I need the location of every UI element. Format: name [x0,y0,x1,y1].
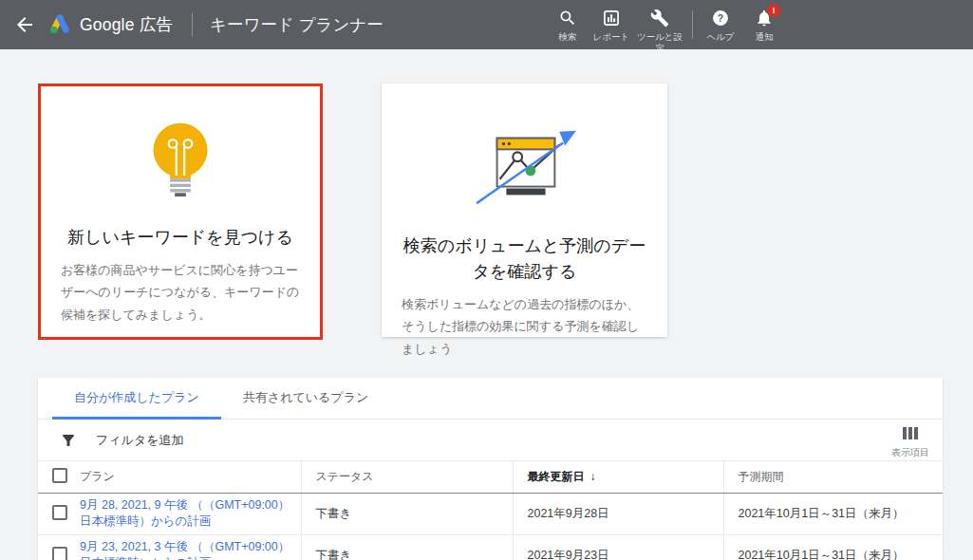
wrench-icon [650,9,669,28]
plan-updated-date: 2021年9月23日 [513,534,723,560]
nav-help-label: ヘルプ [706,31,734,43]
notification-badge: ! [767,4,780,17]
search-volume-title: 検索のボリュームと予測のデータを確認する [382,233,667,285]
row-checkbox[interactable] [52,547,67,560]
brand-title: Google 広告 [80,13,173,36]
search-icon [558,9,577,28]
filter-icon[interactable] [60,432,77,449]
nav-help[interactable]: ? ヘルプ [699,0,742,43]
page-title: キーワード プランナー [210,13,384,36]
column-header-updated[interactable]: 最終更新日↓ [513,461,723,493]
sort-descending-icon: ↓ [590,470,596,483]
select-all-checkbox[interactable] [52,468,67,483]
add-filter-button[interactable]: フィルタを追加 [96,432,184,449]
tab-shared-plans[interactable]: 共有されているプラン [221,378,390,420]
nav-reports[interactable]: レポート [589,0,633,43]
search-volume-card[interactable]: 検索のボリュームと予測のデータを確認する 検索ボリュームなどの過去の指標のほか、… [382,84,667,337]
plan-status: 下書き [301,493,513,534]
help-icon: ? [711,9,730,28]
column-header-period[interactable]: 予測期間 [723,461,943,493]
columns-button[interactable]: 表示項目 [891,426,929,459]
columns-icon [903,427,918,439]
find-keywords-title: 新しいキーワードを見つける [41,225,320,251]
appbar-divider [192,12,193,37]
plan-updated-date: 2021年9月28日 [513,493,723,534]
table-row: 9月 23, 2021, 3 午後 （（GMT+09:00）日本標準時）からの計… [38,534,943,560]
plan-forecast-period: 2021年10月1日～31日（来月） [723,493,943,534]
trend-chart-icon [469,120,581,213]
plan-status: 下書き [301,534,513,560]
lightbulb-icon [140,117,220,204]
app-bar: Google 広告 キーワード プランナー 検索 レポート ツールと設定 [0,0,973,49]
nav-tools-settings[interactable]: ツールと設定 [633,0,686,49]
table-header-row: プラン ステータス 最終更新日↓ 予測期間 [38,461,943,493]
nav-notifications[interactable]: ! 通知 [742,0,786,43]
google-ads-logo [47,12,72,37]
svg-text:?: ? [718,13,723,24]
nav-tools-settings-label: ツールと設定 [633,31,686,49]
filter-bar: フィルタを追加 表示項目 [38,420,943,461]
columns-label: 表示項目 [891,446,929,459]
column-header-plan[interactable]: プラン [80,461,301,493]
table-row: 9月 28, 2021, 9 午後 （（GMT+09:00）日本標準時）からの計… [38,493,943,534]
nav-divider [692,10,693,39]
plan-forecast-period: 2021年10月1日～31日（来月） [723,534,943,560]
nav-reports-label: レポート [593,31,630,43]
appbar-nav: 検索 レポート ツールと設定 ? ヘルプ [546,0,786,49]
plans-panel: 自分が作成したプラン 共有されているプラン フィルタを追加 表示項目 プラン ス… [38,378,943,560]
nav-search-label: 検索 [559,31,577,43]
find-keywords-description: お客様の商品やサービスに関心を持つユーザーへのリーチにつながる、キーワードの候補… [41,259,320,326]
search-volume-description: 検索ボリュームなどの過去の指標のほか、そうした指標の効果に関する予測を確認しまし… [382,293,667,360]
plan-link[interactable]: 9月 28, 2021, 9 午後 （（GMT+09:00）日本標準時）からの計… [80,494,301,534]
row-checkbox[interactable] [52,505,67,520]
find-keywords-card[interactable]: 新しいキーワードを見つける お客様の商品やサービスに関心を持つユーザーへのリーチ… [38,84,323,340]
plans-tabbar: 自分が作成したプラン 共有されているプラン [38,378,943,420]
plan-link[interactable]: 9月 23, 2021, 3 午後 （（GMT+09:00）日本標準時）からの計… [80,535,301,560]
report-icon [602,9,621,28]
tab-my-plans[interactable]: 自分が作成したプラン [52,378,221,420]
nav-notifications-label: 通知 [756,31,774,43]
back-arrow-icon[interactable] [13,13,36,36]
plans-table: プラン ステータス 最終更新日↓ 予測期間 9月 28, 2021, 9 午後 … [38,461,943,560]
column-header-status[interactable]: ステータス [301,461,513,493]
nav-search[interactable]: 検索 [546,0,589,43]
